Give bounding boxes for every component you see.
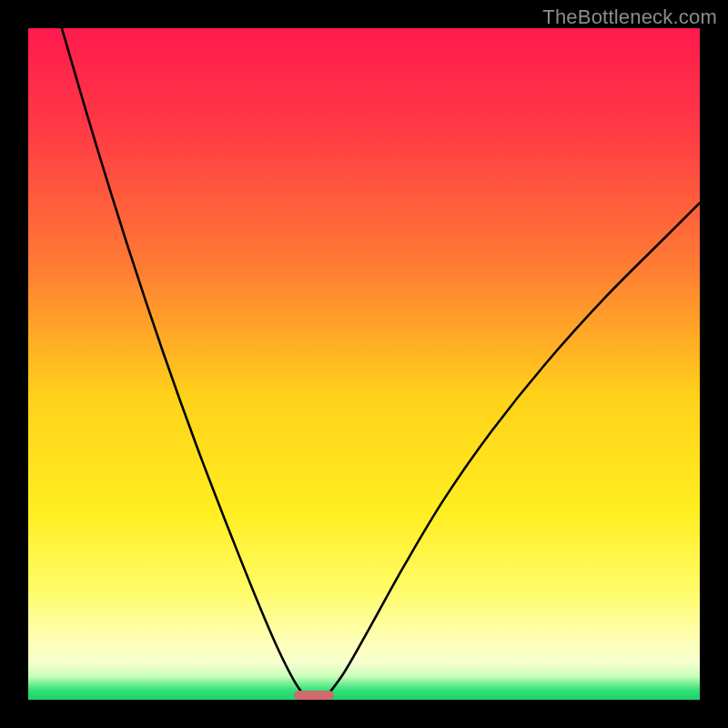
curve-left-branch <box>62 28 307 700</box>
curve-right-branch <box>324 203 700 700</box>
plot-area <box>28 28 700 700</box>
optimal-point-marker <box>294 691 334 700</box>
bottleneck-curve <box>28 28 700 700</box>
outer-black-frame: TheBottleneck.com <box>0 0 728 728</box>
watermark-text: TheBottleneck.com <box>542 5 717 29</box>
